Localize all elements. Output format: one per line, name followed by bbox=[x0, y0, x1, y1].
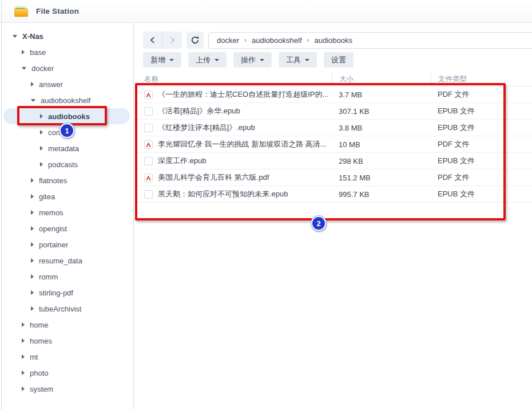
tree-expander-icon bbox=[22, 338, 25, 343]
file-size: 298 KB bbox=[332, 157, 431, 165]
file-name: 黑天鹅：如何应对不可预知的未来.epub bbox=[158, 189, 288, 199]
sidebar-item-label: stirling-pdf bbox=[39, 289, 73, 297]
breadcrumb-segment-audiobooks[interactable]: audiobooks bbox=[315, 36, 353, 45]
forward-button[interactable] bbox=[162, 31, 182, 49]
sidebar-item-metadata[interactable]: metadata bbox=[3, 140, 130, 156]
forward-arrow-icon bbox=[168, 36, 176, 44]
file-size: 10 MB bbox=[332, 140, 431, 149]
sidebar-item-label: answer bbox=[39, 80, 63, 89]
sidebar-item-conf[interactable]: conf bbox=[3, 124, 130, 140]
sidebar-item-label: metadata bbox=[48, 144, 79, 153]
column-header-type[interactable]: 文件类型 bbox=[431, 73, 532, 86]
sidebar-item-stirling-pdf[interactable]: stirling-pdf bbox=[3, 285, 130, 301]
refresh-button[interactable] bbox=[186, 31, 204, 49]
history-nav-group bbox=[143, 31, 182, 49]
sidebar-item-label: docker bbox=[31, 64, 54, 73]
sidebar-item-docker[interactable]: docker bbox=[3, 60, 130, 76]
tree-expander-icon bbox=[31, 274, 34, 279]
tree-expander-icon bbox=[31, 242, 34, 247]
file-size: 995.7 KB bbox=[332, 190, 431, 199]
tree-expander-icon bbox=[31, 290, 34, 295]
sidebar-item-system[interactable]: system bbox=[3, 381, 130, 397]
file-type: EPUB 文件 bbox=[431, 189, 532, 199]
sidebar-item-base[interactable]: base bbox=[3, 44, 130, 60]
breadcrumb-segment-docker[interactable]: docker bbox=[217, 36, 239, 45]
sidebar-item-memos[interactable]: memos bbox=[3, 204, 130, 220]
tree-expander-icon bbox=[31, 210, 34, 215]
sidebar-item-romm[interactable]: romm bbox=[3, 269, 130, 285]
table-row[interactable]: 李光耀回忆录 我一生的挑战 新加坡双语之路 高清... 10 MB PDF 文件 bbox=[134, 136, 532, 153]
sidebar-item-label: audiobooks bbox=[48, 112, 90, 121]
sidebar-item-label: flatnotes bbox=[39, 176, 67, 185]
table-row[interactable]: 《一生的旅程：迪士尼CEO自述批量打造超级IP的... 3.7 MB PDF 文… bbox=[134, 86, 532, 103]
table-row[interactable]: 深度工作.epub 298 KB EPUB 文件 bbox=[134, 153, 532, 169]
sidebar-item-flatnotes[interactable]: flatnotes bbox=[3, 172, 130, 188]
column-header-name[interactable]: 名称 bbox=[134, 73, 332, 86]
navigation-row: docker›audiobookshelf›audiobooks bbox=[143, 31, 532, 49]
breadcrumb-separator: › bbox=[307, 36, 309, 44]
tree-expander-icon bbox=[31, 306, 34, 311]
sidebar-item-X-Nas[interactable]: X-Nas bbox=[3, 28, 130, 44]
sidebar-item-resume_data[interactable]: resume_data bbox=[3, 253, 130, 269]
tree-expander-icon bbox=[22, 67, 26, 70]
sidebar-item-audiobookshelf[interactable]: audiobookshelf bbox=[3, 92, 130, 108]
file-type: PDF 文件 bbox=[431, 89, 532, 100]
toolbar-button-设置[interactable]: 设置 bbox=[324, 52, 354, 68]
sidebar-item-label: home bbox=[30, 321, 49, 329]
sidebar-item-opengist[interactable]: opengist bbox=[3, 220, 130, 236]
breadcrumb[interactable]: docker›audiobookshelf›audiobooks bbox=[208, 32, 532, 49]
table-row[interactable]: 《活着[精品]》余华.epub 307.1 KB EPUB 文件 bbox=[134, 103, 532, 120]
toolbar-button-操作[interactable]: 操作 bbox=[233, 52, 272, 68]
tree-expander-icon bbox=[31, 226, 34, 231]
sidebar-item-label: podcasts bbox=[48, 160, 78, 169]
table-header: 名称 大小 文件类型 bbox=[134, 73, 532, 86]
table-row[interactable]: 黑天鹅：如何应对不可预知的未来.epub 995.7 KB EPUB 文件 bbox=[134, 186, 532, 203]
sidebar-item-label: photo bbox=[30, 369, 49, 377]
sidebar-item-label: conf bbox=[48, 128, 62, 137]
back-button[interactable] bbox=[143, 31, 162, 49]
sidebar-item-portainer[interactable]: portainer bbox=[3, 236, 130, 253]
sidebar-item-label: romm bbox=[39, 273, 58, 281]
toolbar-button-新增[interactable]: 新增 bbox=[143, 52, 181, 68]
tree-expander-icon bbox=[31, 99, 35, 102]
file-name: 《红楼梦注评本[精品]》.epub bbox=[158, 123, 255, 133]
tree-expander-icon bbox=[40, 114, 43, 119]
file-size: 307.1 KB bbox=[332, 107, 431, 116]
sidebar-item-homes[interactable]: homes bbox=[3, 333, 130, 349]
tree-expander-icon bbox=[31, 178, 34, 183]
file-station-folder-icon bbox=[14, 5, 29, 18]
sidebar-item-tubeArchivist[interactable]: tubeArchivist bbox=[3, 301, 130, 317]
sidebar-item-mt[interactable]: mt bbox=[3, 349, 130, 365]
dropdown-caret-icon bbox=[169, 59, 174, 61]
file-name: 李光耀回忆录 我一生的挑战 新加坡双语之路 高清... bbox=[158, 139, 327, 149]
toolbar-button-上传[interactable]: 上传 bbox=[188, 52, 227, 68]
table-row[interactable]: 美国儿科学会育儿百科 第六版.pdf 151.2 MB PDF 文件 bbox=[134, 169, 532, 186]
breadcrumb-segment-audiobookshelf[interactable]: audiobookshelf bbox=[252, 36, 301, 45]
file-size: 151.2 MB bbox=[332, 174, 431, 182]
toolbar-button-工具[interactable]: 工具 bbox=[279, 52, 317, 68]
dropdown-caret-icon bbox=[305, 59, 309, 61]
sidebar-item-label: resume_data bbox=[39, 257, 82, 265]
tree-expander-icon bbox=[31, 258, 34, 263]
sidebar-item-photo[interactable]: photo bbox=[3, 365, 130, 381]
sidebar-item-label: X-Nas bbox=[22, 32, 43, 41]
sidebar-item-podcasts[interactable]: podcasts bbox=[3, 156, 130, 172]
file-name: 《活着[精品]》余华.epub bbox=[158, 106, 240, 116]
sidebar-item-answer[interactable]: answer bbox=[3, 76, 130, 92]
sidebar-item-gitea[interactable]: gitea bbox=[3, 188, 130, 204]
tree-expander-icon bbox=[40, 146, 43, 151]
sidebar-item-home[interactable]: home bbox=[3, 317, 130, 333]
sidebar-item-label: mt bbox=[30, 353, 38, 361]
file-type: EPUB 文件 bbox=[431, 156, 532, 166]
breadcrumb-separator: › bbox=[244, 36, 247, 44]
sidebar-item-audiobooks[interactable]: audiobooks bbox=[3, 108, 130, 124]
table-body: 《一生的旅程：迪士尼CEO自述批量打造超级IP的... 3.7 MB PDF 文… bbox=[134, 86, 532, 203]
file-name: 深度工作.epub bbox=[158, 156, 207, 166]
file-name: 《一生的旅程：迪士尼CEO自述批量打造超级IP的... bbox=[158, 89, 328, 100]
file-type: EPUB 文件 bbox=[431, 106, 532, 116]
tree-expander-icon bbox=[22, 322, 25, 327]
table-row[interactable]: 《红楼梦注评本[精品]》.epub 3.8 MB EPUB 文件 bbox=[134, 120, 532, 136]
app-title: File Station bbox=[36, 7, 79, 15]
sidebar-item-label: memos bbox=[39, 208, 63, 217]
column-header-size[interactable]: 大小 bbox=[332, 73, 431, 86]
